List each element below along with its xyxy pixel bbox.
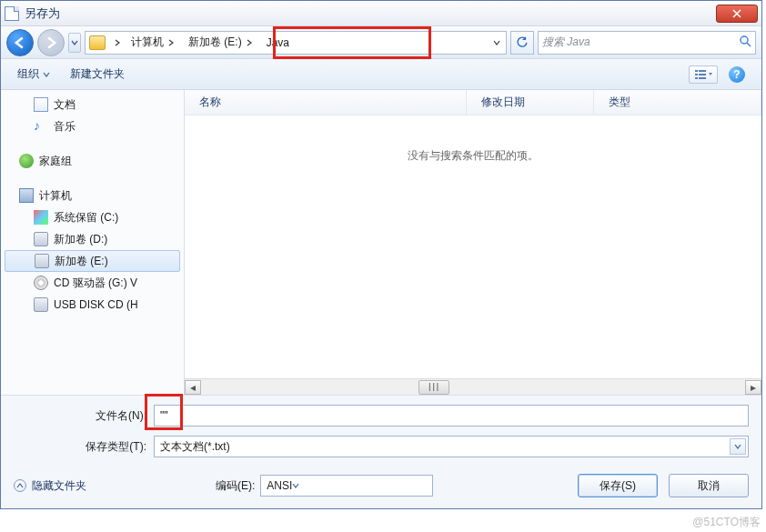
save-button[interactable]: 保存(S) (578, 474, 658, 497)
column-label: 修改日期 (481, 95, 525, 110)
sidebar-item-music[interactable]: ♪音乐 (1, 115, 184, 137)
sidebar-item-label: CD 驱动器 (G:) V (54, 276, 137, 291)
breadcrumb-drive-e[interactable]: 新加卷 (E:) (183, 32, 261, 54)
scroll-thumb[interactable]: III (418, 380, 449, 395)
save-as-dialog: 另存为 计算机 新加卷 (E:) (0, 0, 762, 509)
svg-rect-2 (699, 70, 706, 72)
sidebar-item-label: 计算机 (39, 188, 72, 204)
sidebar: 文档 ♪音乐 家庭组 计算机 系统保留 (C:) 新加卷 (D:) 新加卷 (E… (1, 90, 185, 395)
column-headers: 名称 修改日期 类型 (185, 90, 761, 115)
toolbar-right: ? (689, 65, 752, 84)
new-folder-button[interactable]: 新建文件夹 (63, 63, 132, 85)
view-options-button[interactable] (689, 65, 718, 84)
chevron-down-icon (493, 39, 500, 46)
homegroup-icon (19, 154, 34, 168)
encoding-row: 编码(E): ANSI (216, 475, 433, 497)
encoding-value: ANSI (267, 479, 292, 492)
document-icon (34, 97, 48, 112)
breadcrumb-label: 计算机 (131, 35, 164, 50)
chevron-down-icon (43, 71, 50, 78)
search-input[interactable]: 搜索 Java (538, 31, 756, 55)
save-label: 保存(S) (600, 478, 636, 494)
navigation-row: 计算机 新加卷 (E:) Java 搜索 Java (1, 26, 761, 59)
help-button[interactable]: ? (729, 66, 745, 83)
back-button[interactable] (6, 29, 34, 56)
filetype-dropdown-button[interactable] (730, 438, 746, 455)
empty-text: 没有与搜索条件匹配的项。 (408, 148, 539, 164)
sidebar-item-drive-e[interactable]: 新加卷 (E:) (5, 250, 180, 272)
filename-row: 文件名(N): (14, 405, 749, 427)
help-icon: ? (733, 68, 740, 81)
horizontal-scrollbar[interactable]: ◂ III ▸ (185, 378, 761, 395)
cancel-button[interactable]: 取消 (669, 474, 749, 497)
scroll-right-button[interactable]: ▸ (745, 380, 761, 395)
sidebar-item-drive-g[interactable]: CD 驱动器 (G:) V (1, 272, 184, 294)
history-dropdown[interactable] (68, 33, 81, 53)
svg-point-0 (741, 36, 748, 44)
chevron-right-icon (114, 39, 121, 46)
filetype-label: 保存类型(T): (14, 439, 146, 455)
breadcrumb-root-chevron[interactable] (110, 32, 126, 54)
sidebar-item-label: USB DISK CD (H (54, 298, 138, 311)
breadcrumb-folder-icon[interactable] (86, 32, 110, 54)
toolbar: 组织 新建文件夹 ? (1, 59, 761, 90)
close-icon (732, 9, 741, 18)
organize-menu[interactable]: 组织 (10, 63, 57, 85)
svg-rect-1 (695, 70, 698, 72)
column-type[interactable]: 类型 (594, 90, 761, 115)
refresh-button[interactable] (510, 31, 534, 55)
breadcrumb-label: 新加卷 (E:) (188, 35, 242, 50)
new-folder-label: 新建文件夹 (70, 66, 125, 82)
arrow-left-icon (14, 36, 26, 49)
file-list-panel: 名称 修改日期 类型 没有与搜索条件匹配的项。 ◂ III ▸ (185, 90, 761, 395)
bottom-form: 文件名(N): 保存类型(T): 文本文档(*.txt) 隐藏文件夹 编码(E)… (1, 395, 761, 508)
sidebar-item-label: 新加卷 (D:) (54, 232, 107, 247)
scroll-track[interactable]: III (201, 380, 745, 395)
svg-rect-5 (695, 77, 698, 79)
filename-input[interactable] (154, 405, 749, 427)
hide-folders-toggle[interactable]: 隐藏文件夹 (14, 478, 86, 494)
encoding-select[interactable]: ANSI (260, 475, 433, 497)
svg-rect-4 (699, 74, 706, 75)
sidebar-item-drive-d[interactable]: 新加卷 (D:) (1, 228, 184, 250)
column-name[interactable]: 名称 (185, 90, 467, 115)
music-icon: ♪ (34, 119, 48, 134)
scroll-left-button[interactable]: ◂ (185, 380, 201, 395)
chevron-down-icon (292, 482, 299, 489)
column-label: 名称 (199, 95, 221, 110)
sidebar-item-drive-c[interactable]: 系统保留 (C:) (1, 206, 184, 228)
sidebar-item-label: 系统保留 (C:) (54, 210, 118, 226)
breadcrumb-computer[interactable]: 计算机 (126, 32, 183, 54)
breadcrumb-bar[interactable]: 计算机 新加卷 (E:) Java (85, 31, 507, 55)
column-label: 类型 (609, 95, 630, 110)
chevron-down-icon (734, 443, 741, 450)
breadcrumb-java[interactable]: Java (261, 32, 297, 54)
watermark: @51CTO博客 (692, 515, 761, 530)
forward-button[interactable] (37, 29, 65, 56)
chevron-down-icon (71, 39, 78, 46)
encoding-label: 编码(E): (216, 478, 255, 494)
sidebar-item-label: 文档 (54, 97, 76, 113)
breadcrumb-dropdown[interactable] (488, 36, 506, 49)
sidebar-item-usb[interactable]: USB DISK CD (H (1, 294, 184, 316)
sidebar-item-homegroup[interactable]: 家庭组 (1, 150, 184, 172)
drive-system-icon (34, 210, 48, 225)
sidebar-item-label: 家庭组 (39, 154, 72, 169)
window-icon (5, 6, 19, 21)
sidebar-item-computer[interactable]: 计算机 (1, 185, 184, 206)
refresh-icon (516, 36, 529, 49)
dialog-body: 文档 ♪音乐 家庭组 计算机 系统保留 (C:) 新加卷 (D:) 新加卷 (E… (1, 90, 761, 395)
encoding-dropdown-button[interactable] (292, 479, 299, 492)
search-placeholder: 搜索 Java (542, 35, 590, 50)
column-date[interactable]: 修改日期 (467, 90, 594, 115)
sidebar-item-documents[interactable]: 文档 (1, 94, 184, 115)
window-title: 另存为 (25, 5, 716, 22)
filetype-row: 保存类型(T): 文本文档(*.txt) (14, 436, 749, 457)
filetype-value: 文本文档(*.txt) (160, 439, 230, 455)
close-button[interactable] (716, 5, 758, 23)
expand-up-icon (14, 479, 26, 492)
filetype-select[interactable]: 文本文档(*.txt) (154, 436, 749, 457)
usb-drive-icon (34, 297, 48, 312)
sidebar-item-label: 新加卷 (E:) (55, 254, 108, 269)
chevron-right-icon (167, 39, 175, 46)
